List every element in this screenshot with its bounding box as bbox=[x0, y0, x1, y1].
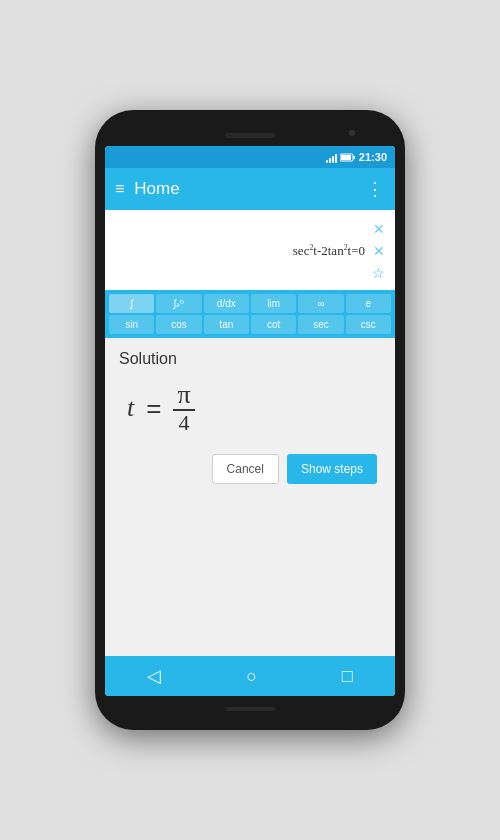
main-content: ✕ sec2t-2tan2t=0 ✕ ☆ bbox=[105, 210, 395, 656]
kbd-csc[interactable]: csc bbox=[346, 315, 391, 334]
kbd-sin[interactable]: sin bbox=[109, 315, 154, 334]
app-bar: ≡ Home ⋮ bbox=[105, 168, 395, 210]
kbd-cot[interactable]: cot bbox=[251, 315, 296, 334]
phone-bottom bbox=[105, 696, 395, 716]
battery-icon bbox=[340, 153, 356, 162]
fraction: π 4 bbox=[173, 382, 194, 434]
signal-bar-2 bbox=[329, 158, 331, 163]
home-nav-icon[interactable]: ○ bbox=[246, 666, 257, 687]
kbd-infinity[interactable]: ∞ bbox=[298, 294, 343, 313]
signal-bar-4 bbox=[335, 154, 337, 163]
phone-screen: 21:30 ≡ Home ⋮ ✕ sec2t-2tan2 bbox=[105, 146, 395, 696]
kbd-cos[interactable]: cos bbox=[156, 315, 201, 334]
kbd-sec[interactable]: sec bbox=[298, 315, 343, 334]
status-bar: 21:30 bbox=[105, 146, 395, 168]
solution-panel: Solution t = π 4 Cancel Show steps bbox=[105, 338, 395, 656]
signal-bar-3 bbox=[332, 156, 334, 163]
phone-device: 21:30 ≡ Home ⋮ ✕ sec2t-2tan2 bbox=[95, 110, 405, 730]
app-title: Home bbox=[134, 179, 356, 199]
clear-icon-1[interactable]: ✕ bbox=[373, 221, 385, 237]
svg-rect-1 bbox=[341, 155, 351, 160]
kbd-definite-integral[interactable]: ∫ₐᵇ bbox=[156, 294, 201, 313]
more-icon[interactable]: ⋮ bbox=[366, 180, 385, 198]
camera-dot bbox=[349, 130, 355, 136]
signal-bar-1 bbox=[326, 160, 328, 163]
svg-rect-2 bbox=[353, 156, 355, 159]
star-icon[interactable]: ☆ bbox=[372, 265, 385, 281]
fraction-denominator: 4 bbox=[174, 412, 193, 434]
equation-row-1: ✕ bbox=[115, 218, 385, 240]
kbd-tan[interactable]: tan bbox=[204, 315, 249, 334]
equation-row-2: sec2t-2tan2t=0 ✕ bbox=[115, 240, 385, 262]
fraction-numerator: π bbox=[173, 382, 194, 408]
back-nav-icon[interactable]: ◁ bbox=[147, 665, 161, 687]
signal-bars bbox=[326, 152, 337, 163]
home-button-bar bbox=[225, 707, 275, 711]
status-time: 21:30 bbox=[359, 151, 387, 163]
equation-row-3: ☆ bbox=[115, 262, 385, 284]
speaker-slot bbox=[225, 133, 275, 138]
status-icons: 21:30 bbox=[326, 151, 387, 163]
equation-area: ✕ sec2t-2tan2t=0 ✕ ☆ bbox=[105, 210, 395, 290]
kbd-euler[interactable]: e bbox=[346, 294, 391, 313]
bottom-nav: ◁ ○ □ bbox=[105, 656, 395, 696]
solution-label: Solution bbox=[119, 350, 381, 368]
clear-icon-2[interactable]: ✕ bbox=[373, 243, 385, 259]
phone-top-bar bbox=[105, 124, 395, 146]
kbd-limit[interactable]: lim bbox=[251, 294, 296, 313]
solution-math: t = π 4 bbox=[119, 378, 381, 446]
buttons-row: Cancel Show steps bbox=[119, 446, 381, 488]
keyboard-row-1: ∫ ∫ₐᵇ d/dx lim ∞ e bbox=[109, 294, 391, 313]
show-steps-button[interactable]: Show steps bbox=[287, 454, 377, 484]
equation-text: sec2t-2tan2t=0 bbox=[240, 243, 373, 259]
kbd-derivative[interactable]: d/dx bbox=[204, 294, 249, 313]
hamburger-icon[interactable]: ≡ bbox=[115, 180, 124, 198]
kbd-integral[interactable]: ∫ bbox=[109, 294, 154, 313]
cancel-button[interactable]: Cancel bbox=[212, 454, 279, 484]
solution-equals: = bbox=[146, 393, 161, 424]
keyboard-row-2: sin cos tan cot sec csc bbox=[109, 315, 391, 334]
solution-variable: t bbox=[127, 393, 134, 423]
math-keyboard: ∫ ∫ₐᵇ d/dx lim ∞ e sin cos tan cot sec c… bbox=[105, 290, 395, 338]
recent-nav-icon[interactable]: □ bbox=[342, 666, 353, 687]
